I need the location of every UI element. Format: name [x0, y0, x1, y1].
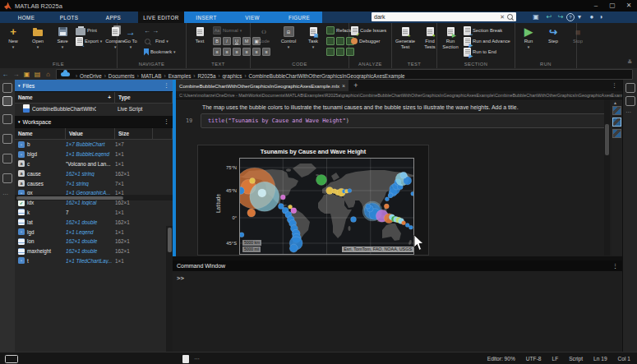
outline-panel-icon[interactable]	[625, 96, 635, 106]
breadcrumb[interactable]: ›OneDrive›Documents›MATLAB›Examples›R202…	[56, 69, 633, 80]
stop-button[interactable]: ■Stop	[566, 25, 589, 58]
add-column-icon[interactable]: +	[108, 94, 111, 100]
workspace-variable-row[interactable]: k71×1	[15, 208, 173, 218]
editor-vscrollbar[interactable]	[604, 99, 610, 256]
breadcrumb-item[interactable]: CombineBubbleChartWithOtherGraphicsInGeo…	[249, 73, 405, 79]
ribbon-tab-home[interactable]: HOME	[8, 12, 44, 23]
toc-panel-icon[interactable]	[625, 83, 635, 93]
up-folder-icon[interactable]: ⌂	[43, 71, 53, 78]
save-icon[interactable]: ▣	[531, 13, 541, 21]
forward-icon[interactable]: →	[11, 71, 21, 78]
run-and-advance-button[interactable]: ▶Run and Advance	[464, 36, 510, 46]
section-break-button[interactable]: ═Section Break	[464, 25, 510, 35]
breadcrumb-item[interactable]: OneDrive	[80, 73, 102, 79]
ribbon-tab-live-editor[interactable]: LIVE EDITOR	[138, 12, 184, 23]
thumb-up-icon[interactable]: ▲	[613, 100, 617, 105]
close-button[interactable]: ✕	[621, 0, 637, 12]
workspace-variable-row[interactable]: ◦lgd1×1 Legend1×1	[15, 227, 173, 237]
figure-output[interactable]: Tsunamis by Cause and Wave Height 75°N45…	[197, 145, 429, 256]
breadcrumb-item[interactable]: graphics	[223, 73, 242, 79]
rail-more-icon[interactable]: ⋯	[2, 191, 9, 198]
code-issues-button[interactable]: ✓Code Issues	[351, 25, 386, 35]
run-button[interactable]: ▶Run▾	[517, 25, 540, 58]
task-button[interactable]: ▣Task▾	[302, 25, 325, 58]
workspace-column-headers[interactable]: Name Value Size	[15, 127, 173, 140]
figure-thumbnail[interactable]	[612, 106, 621, 115]
cmd-kebab-icon[interactable]: ⋮	[612, 263, 618, 270]
workspace-variable-row[interactable]: lat162×1 double162×1	[15, 217, 173, 227]
files-hscrollbar[interactable]	[15, 195, 173, 200]
workspace-variable-row[interactable]: ◦blgd1×1 BubbleLegend1×1	[15, 150, 173, 159]
step-button[interactable]: ↪Step	[542, 25, 565, 58]
find-button[interactable]: Find▾	[144, 36, 176, 46]
figure-thumbnail[interactable]	[612, 117, 621, 127]
doc-status-icon[interactable]	[182, 355, 189, 363]
workspace-variable-row[interactable]: lon162×1 double162×1	[15, 237, 173, 247]
dropdown-icon[interactable]: ▾	[575, 13, 584, 21]
breadcrumb-item[interactable]: MATLAB	[141, 73, 162, 79]
help-icon[interactable]: ?	[566, 13, 575, 21]
command-prompt[interactable]: >>	[173, 271, 622, 282]
ribbon-tab-insert[interactable]: INSERT	[186, 12, 227, 23]
back-icon[interactable]: ←	[0, 71, 11, 78]
ribbon-tab-view[interactable]: VIEW	[233, 12, 271, 23]
workspace-vscrollbar[interactable]	[166, 226, 173, 352]
open-button[interactable]: Open▾	[26, 25, 49, 58]
file-row[interactable]: CombineBubbleChartWithO...Live Script	[15, 104, 173, 113]
workspace-variable-row[interactable]: acauses7×1 string7×1	[15, 178, 173, 188]
bookmark-button[interactable]: Bookmark▾	[144, 47, 176, 57]
ribbon-tab-plots[interactable]: PLOTS	[49, 12, 89, 23]
workspace-variable-row[interactable]: ◦t1×1 TiledChartLay...1×1	[15, 256, 173, 266]
community-icon[interactable]: ●	[587, 13, 597, 21]
more-icon[interactable]: ⋯	[625, 109, 632, 116]
workspace-variable-row[interactable]: ac"Volcano and Lan...1×1	[15, 159, 173, 169]
history-icon[interactable]	[2, 154, 12, 164]
new-button[interactable]: +New▾	[2, 25, 25, 58]
collapse-caret-icon[interactable]: ▾	[18, 83, 21, 88]
layout-grid-icon[interactable]	[2, 96, 12, 106]
save-button[interactable]: Save▾	[51, 25, 74, 58]
command-window[interactable]: Command Window ⋮ >>	[173, 260, 622, 352]
status-more-icon[interactable]: ⋯	[194, 356, 200, 362]
icon-row-button[interactable]: ←→	[144, 25, 176, 35]
doc-search-box[interactable]: ✕	[372, 12, 516, 21]
search-clear-icon[interactable]: ✕	[498, 14, 506, 21]
panels-icon[interactable]	[2, 83, 12, 93]
notifications-icon[interactable]: ◗	[597, 13, 607, 21]
export-button[interactable]: ↓Export▾	[76, 36, 102, 46]
workspace-variable-row[interactable]: ◦b1×7 BubbleChart1×7	[15, 140, 173, 150]
window-icon[interactable]	[2, 114, 12, 124]
breadcrumb-item[interactable]: R2025a	[197, 73, 215, 79]
search-icon[interactable]	[507, 14, 513, 20]
files-panel-header[interactable]: ▾ Files ⋮	[15, 80, 173, 91]
run-to-end-button[interactable]: ▶Run to End	[464, 47, 510, 57]
collapse-ribbon-icon[interactable]: ≚	[627, 59, 632, 66]
workspace-variable-row[interactable]: acause162×1 string162×1	[15, 168, 173, 178]
editor-document[interactable]: The map uses the bubble colors to illust…	[176, 99, 622, 256]
figure-thumbnail[interactable]	[612, 129, 621, 138]
debugger-button[interactable]: Debugger	[351, 36, 386, 46]
new-tab-button[interactable]: +	[349, 81, 362, 90]
breadcrumb-item[interactable]: Documents	[108, 73, 135, 79]
undo-icon[interactable]: ↩	[544, 13, 554, 21]
control-button[interactable]: ⊟Control▾	[277, 25, 300, 58]
editor-tab[interactable]: CombineBubbleChartWithOtherGraphicsInGeo…	[176, 80, 349, 91]
files-column-headers[interactable]: Name+ Type	[15, 91, 173, 104]
ribbon-tab-apps[interactable]: APPS	[95, 12, 132, 23]
apps-icon[interactable]	[2, 173, 12, 183]
code-block[interactable]: title("Tsunamis by Cause and Wave Height…	[201, 113, 607, 128]
minimize-button[interactable]: –	[588, 0, 604, 12]
redo-icon[interactable]: ↪	[556, 13, 565, 21]
code-button[interactable]: ‹›Code	[252, 25, 275, 58]
run-section-button[interactable]: ▶Run Section	[439, 25, 462, 58]
print-button[interactable]: Print	[76, 25, 102, 35]
collapse-caret-icon[interactable]: ▾	[18, 119, 21, 124]
workspace-kebab-icon[interactable]: ⋮	[164, 118, 169, 125]
workspace-panel-header[interactable]: ▾ Workspace ⋮	[15, 116, 173, 127]
variables-icon[interactable]	[2, 134, 12, 144]
go-to-button[interactable]: →Go To▾	[119, 25, 142, 58]
maximize-button[interactable]: ▢	[604, 0, 621, 12]
command-window-header[interactable]: Command Window ⋮	[173, 260, 622, 271]
breadcrumb-item[interactable]: Examples	[168, 73, 192, 79]
ribbon-tab-figure[interactable]: FIGURE	[276, 12, 322, 23]
